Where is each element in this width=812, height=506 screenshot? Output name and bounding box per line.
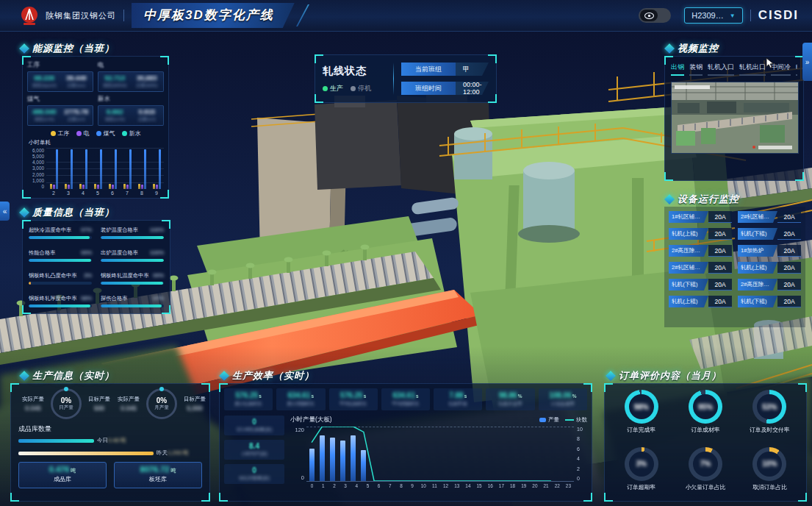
finished-stock-box: 0.476吨 成品库 (18, 462, 107, 488)
output-chart-title: 小时产量(大板) (290, 416, 332, 424)
device-cell[interactable]: 2#高压除…20A (738, 279, 801, 291)
order-donut: 95% 订单成材率 (673, 390, 737, 443)
diamond-icon (664, 194, 675, 204)
production-panel: 实际产量 0.045 0% 日产量 目标产量 500 实际产量 0.045 0%… (10, 383, 210, 502)
app-header: 陕钢集团汉钢公司 中厚板3D数字化产线 H2309… ▼ CISDI (0, 0, 812, 32)
efficiency-side-stats: 012小时轧制量(块)8.4小时均产(块)0待轧坯数量(块) (224, 416, 284, 488)
page-title-badge: 中厚板3D数字化产线 (132, 3, 295, 28)
divider (393, 63, 394, 95)
shift-ribbon: 班组时间00:00-12:00 (401, 82, 489, 95)
energy-group: 煤气 486.040单耗(m³/t) 2775.78总量(m³) (27, 95, 93, 126)
order-donut: 53% 订单及时交付率 (738, 390, 802, 443)
quality-panel-title: 质量信息（当班） (21, 206, 115, 219)
efficiency-panel: 576.25s 累计轧制时长634.61s 累计间隔时长576.25s 平均轧制… (219, 383, 592, 502)
stock-bar: 今日0.48 吨 (18, 437, 202, 444)
donut-ring: 3% (625, 447, 658, 481)
device-cell[interactable]: 轧机(上辊)20A (669, 228, 732, 240)
legend-item[interactable]: 产量 (539, 416, 559, 424)
legend-item[interactable]: 块数 (565, 416, 587, 424)
device-cell[interactable]: 1#加热炉20A (738, 245, 801, 257)
energy-panel: 工序 68.226单耗(kgce/t) 39.449总量(tce) 电 52.7… (22, 56, 169, 199)
monthly-output-gauge: 实际产量 0.045 0% 月产量 目标产量 5,000 (114, 388, 209, 419)
device-cell[interactable]: 轧机(下辊)20A (738, 296, 801, 307)
orders-panel-title: 订单评价内容（当月） (607, 369, 722, 382)
efficiency-stat: 634.61s 累计间隔时长 (276, 388, 325, 410)
bar-group (149, 148, 164, 189)
camera-tabs: 出钢装钢轧机入口轧机出口中间冷电加热 (671, 63, 797, 76)
order-donut: 10% 取消订单占比 (738, 447, 802, 500)
device-row: 轧机(上辊)20A轧机(下辊)20A (664, 296, 805, 307)
output-x-axis: 01234567891011121314151617181920212223 (306, 483, 574, 488)
progress-bar (101, 236, 164, 239)
shift-ribbon: 当前班组甲 (401, 63, 489, 76)
page-title: 中厚板3D数字化产线 (143, 8, 274, 22)
bar-group (61, 148, 76, 189)
donut-ring: 53% (752, 390, 786, 424)
device-cell[interactable]: 轧机(下辊)20A (738, 228, 801, 240)
device-dropdown[interactable]: H2309… ▼ (684, 7, 742, 24)
header-divider (750, 10, 751, 21)
device-row: 1#轧区辅…20A2#轧区辅…20A (664, 211, 805, 223)
header-accent (296, 4, 309, 26)
order-donut: 3% 订单超期率 (609, 447, 673, 500)
line-status-title: 轧线状态 (323, 65, 386, 78)
line-state-生产[interactable]: 生产 (323, 84, 343, 93)
efficiency-panel-title: 生产效率（实时） (220, 369, 315, 382)
output-chart-legend: 产量块数 (539, 416, 587, 424)
camera-tab-中间冷[interactable]: 中间冷 (771, 63, 791, 76)
eye-icon (644, 13, 654, 19)
progress-bar (29, 259, 92, 262)
energy-bars (46, 148, 164, 189)
donut-ring: 10% (752, 447, 786, 481)
efficiency-side-stat: 8.4小时均产(块) (224, 440, 284, 460)
device-cell[interactable]: 2#轧区辅…20A (738, 211, 801, 223)
legend-item[interactable]: 煤气 (96, 129, 115, 138)
progress-bar (29, 236, 92, 239)
energy-chart-title: 小时单耗 (29, 139, 164, 146)
camera-tab-装钢[interactable]: 装钢 (689, 63, 703, 76)
status-dot (323, 86, 328, 91)
stock-bar: 昨天1,293 吨 (18, 449, 202, 457)
line-status-panel: 轧线状态 生产停机 当前班组甲班组时间00:00-12:00 (315, 54, 497, 103)
quality-item: 超快冷温度命中率 97% (29, 227, 92, 239)
device-cell[interactable]: 轧机(下辊)20A (669, 279, 732, 291)
order-donut: 98% 订单完成率 (609, 390, 673, 443)
legend-item[interactable]: 新水 (122, 129, 141, 138)
collapse-left-handle[interactable]: « (0, 202, 10, 221)
monthly-rate-ring: 0% 月产量 (146, 388, 177, 419)
line-state-停机[interactable]: 停机 (351, 84, 371, 93)
collapse-right-handle[interactable]: » (802, 43, 812, 81)
production-panel-title: 生产信息（实时） (21, 369, 115, 382)
progress-bar (29, 282, 92, 285)
device-row: 轧机(上辊)20A轧机(下辊)20A (664, 228, 805, 240)
line-status-legend: 生产停机 (323, 84, 386, 93)
orders-panel: 98% 订单完成率 95% 订单成材率 53% 订单及时交付率 3% 订单超期率… (604, 383, 807, 502)
header-divider (123, 10, 124, 21)
visibility-toggle[interactable] (639, 8, 671, 23)
progress-bar (101, 282, 164, 285)
stock-title: 成品库数量 (18, 424, 202, 434)
company-name: 陕钢集团汉钢公司 (46, 10, 116, 21)
energy-groups: 工序 68.226单耗(kgce/t) 39.449总量(tce) 电 52.7… (27, 61, 164, 126)
efficiency-side-stat: 012小时轧制量(块) (224, 416, 284, 435)
status-dot (351, 86, 356, 91)
bar-group (134, 148, 149, 189)
camera-tab-轧机出口[interactable]: 轧机出口 (739, 63, 766, 76)
device-cell[interactable]: 轧机(上辊)20A (738, 262, 801, 274)
quality-item: 性能合格率 99% (29, 249, 92, 262)
efficiency-stat: 576.25s 平均轧制时长 (329, 388, 378, 410)
device-cell[interactable]: 轧机(上辊)20A (669, 296, 732, 307)
device-cell[interactable]: 2#轧区辅…20A (669, 262, 732, 274)
diamond-icon (19, 371, 29, 381)
progress-bar (101, 304, 164, 307)
legend-item[interactable]: 电 (76, 129, 90, 138)
efficiency-stat: 98.86% 轧机作业率 (486, 388, 534, 410)
legend-item[interactable]: 工序 (51, 129, 70, 138)
device-cell[interactable]: 2#高压除…20A (669, 245, 732, 257)
diamond-icon (606, 371, 616, 381)
devices-panel: 1#轧区辅…20A2#轧区辅…20A轧机(上辊)20A轧机(下辊)20A2#高压… (664, 207, 805, 327)
cctv-still[interactable] (671, 82, 799, 154)
camera-tab-轧机入口[interactable]: 轧机入口 (708, 63, 734, 76)
progress-bar (101, 259, 164, 262)
device-cell[interactable]: 1#轧区辅…20A (669, 211, 732, 223)
